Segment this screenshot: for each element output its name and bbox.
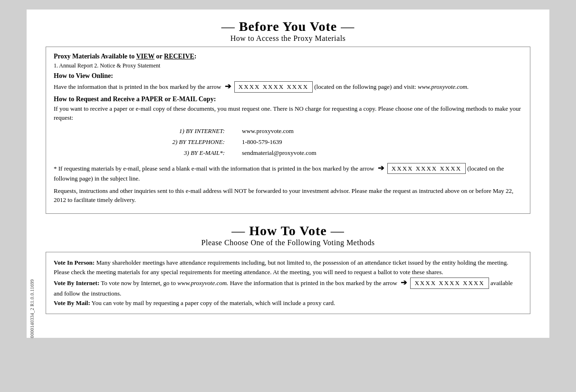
method2-value: 1-800-579-1639	[242, 136, 282, 147]
view-online-heading: How to View Online:	[54, 72, 522, 80]
vote-in-person-text: Many shareholder meetings have attendanc…	[54, 259, 509, 276]
vote-in-person-label: Vote In Person:	[54, 259, 95, 266]
vote-mail-text: You can vote by mail by requesting a pap…	[92, 299, 336, 306]
paper-email-heading: How to Request and Receive a PAPER or E-…	[54, 96, 522, 103]
view-online-paragraph: Have the information that is printed in …	[54, 81, 522, 93]
method-row-internet: 1) BY INTERNET: www.proxyvote.com	[149, 125, 522, 136]
before-you-vote-header: — Before You Vote — How to Access the Pr…	[46, 19, 530, 43]
vote-mail-label: Vote By Mail:	[54, 299, 90, 306]
method2-label: 2) BY TELEPHONE:	[149, 136, 225, 147]
vote-internet-paragraph: Vote By Internet: To vote now by Interne…	[54, 277, 522, 298]
how-to-vote-box: Vote In Person: Many shareholder meeting…	[46, 252, 530, 315]
method-row-telephone: 2) BY TELEPHONE: 1-800-579-1639	[149, 136, 522, 147]
how-to-vote-header: — How To Vote — Please Choose One of the…	[46, 223, 530, 247]
proxy-materials-box: Proxy Materials Available to VIEW or REC…	[46, 47, 530, 214]
arrow-icon-1: ➔	[225, 81, 231, 92]
code-box-2: XXXX XXXX XXXX	[387, 163, 466, 174]
vote-internet-section: Vote By Internet: To vote now by Interne…	[54, 277, 522, 298]
side-label: 0000140334_2 R1.0.0.11699	[29, 10, 35, 338]
paper-email-paragraph: If you want to receive a paper or e-mail…	[54, 104, 522, 123]
footnote-paragraph: * If requesting materials by e-mail, ple…	[54, 163, 522, 183]
arrow-icon-2: ➔	[378, 163, 384, 174]
vote-internet-url: www.proxyvote.com.	[177, 279, 228, 287]
vote-in-person-section: Vote In Person: Many shareholder meeting…	[54, 258, 522, 277]
before-you-vote-subtitle: How to Access the Proxy Materials	[46, 34, 530, 43]
method3-label: 3) BY E-MAIL*:	[149, 147, 225, 158]
view-online-text2: (located on the following page) and visi…	[314, 83, 469, 90]
requests-paragraph: Requests, instructions and other inquiri…	[54, 186, 522, 205]
page-container: 0000140334_2 R1.0.0.11699 — Before You V…	[27, 10, 549, 338]
vote-internet-text2: Have the information that is printed in …	[230, 279, 399, 287]
methods-list: 1) BY INTERNET: www.proxyvote.com 2) BY …	[149, 125, 522, 159]
title-prefix-dash: —	[221, 19, 239, 34]
how-to-vote-subtitle: Please Choose One of the Following Votin…	[46, 239, 530, 247]
how-to-vote-title: — How To Vote —	[46, 223, 530, 239]
code-box-1: XXXX XXXX XXXX	[234, 81, 313, 93]
title-suffix-dash: —	[337, 19, 355, 34]
method1-value: www.proxyvote.com	[242, 125, 294, 136]
vote-mail-section: Vote By Mail: You can vote by mail by re…	[54, 298, 522, 308]
method1-label: 1) BY INTERNET:	[149, 125, 225, 136]
vote-in-person-paragraph: Vote In Person: Many shareholder meeting…	[54, 258, 522, 277]
method-row-email: 3) BY E-MAIL*: sendmaterial@proxyvote.co…	[149, 147, 522, 158]
vote-mail-paragraph: Vote By Mail: You can vote by mail by re…	[54, 298, 522, 308]
proxy-materials-header: Proxy Materials Available to VIEW or REC…	[54, 53, 522, 60]
arrow-icon-3: ➔	[401, 277, 407, 289]
code-box-3: XXXX XXXX XXXX	[410, 277, 489, 289]
before-you-vote-title: — Before You Vote —	[46, 19, 530, 34]
htv-title-suffix: —	[327, 223, 345, 238]
vote-internet-text1: To vote now by Internet, go to	[101, 279, 177, 287]
htv-title-prefix: —	[231, 223, 249, 238]
method3-value: sendmaterial@proxyvote.com	[242, 147, 317, 158]
proxy-header-text: Proxy Materials Available to VIEW or REC…	[54, 53, 197, 60]
proxy-items-list: 1. Annual Report 2. Notice & Proxy State…	[54, 62, 522, 69]
vote-internet-label: Vote By Internet:	[54, 279, 99, 287]
